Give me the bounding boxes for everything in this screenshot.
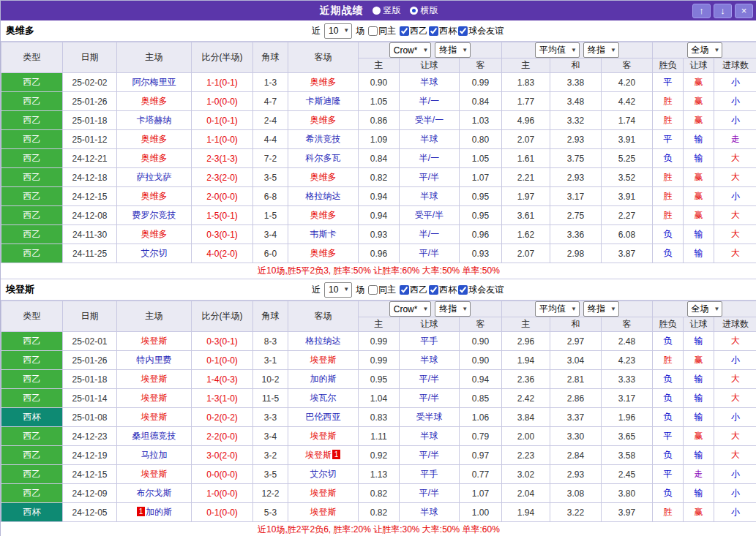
radio-unselected-icon <box>373 7 381 15</box>
scroll-down-button[interactable]: ↓ <box>714 4 732 18</box>
euro-odds-away: 4.20 <box>602 73 653 92</box>
home-team-link[interactable]: 马拉加 <box>141 450 168 460</box>
rounds-select[interactable]: 10 <box>324 282 352 298</box>
chevron-down-icon <box>610 306 616 312</box>
home-team-link[interactable]: 布尔戈斯 <box>137 488 172 498</box>
layout-vertical-radio[interactable]: 竖版 <box>373 4 401 17</box>
away-team-link[interactable]: 加的斯 <box>310 374 337 384</box>
result-outcome: 负 <box>653 244 684 263</box>
asia-odds-time-select[interactable]: 终指 <box>435 42 471 58</box>
league-type-badge: 西乙 <box>1 111 63 130</box>
home-team-link[interactable]: 加的斯 <box>146 507 172 517</box>
asia-odds-time-select[interactable]: 终指 <box>435 301 471 317</box>
league-filter-option-3[interactable]: 球会友谊 <box>458 25 504 37</box>
result-handicap: 输 <box>684 370 714 389</box>
same-home-checkbox[interactable] <box>368 26 378 36</box>
titlebar-center: 近期战绩 竖版 横版 <box>1 4 756 18</box>
euro-odds-time-select[interactable]: 终指 <box>583 42 619 58</box>
home-team-link[interactable]: 阿尔梅里亚 <box>132 77 176 87</box>
league-type-badge: 西乙 <box>1 446 63 465</box>
asia-odds-away: 0.93 <box>460 244 502 263</box>
home-team-link[interactable]: 奥维多 <box>141 153 168 163</box>
result-outcome: 胜 <box>653 168 684 187</box>
away-team-link[interactable]: 埃登斯 <box>310 431 337 441</box>
away-team-link[interactable]: 格拉纳达 <box>306 336 341 346</box>
league-filter-checkbox[interactable] <box>400 285 409 295</box>
home-team-link[interactable]: 萨拉戈萨 <box>137 172 172 182</box>
result-scope-select[interactable]: 全场 <box>687 42 723 58</box>
away-team-link[interactable]: 埃登斯 <box>305 450 332 460</box>
titlebar: 近期战绩 竖版 横版 ↑ ↓ × <box>1 1 756 20</box>
away-team-link[interactable]: 希洪竞技 <box>306 134 341 144</box>
away-team-link[interactable]: 埃瓦尔 <box>310 393 337 403</box>
away-team-link[interactable]: 埃登斯 <box>310 355 337 365</box>
match-date: 24-12-05 <box>63 503 117 522</box>
league-filter-option-2[interactable]: 西杯 <box>429 284 457 296</box>
league-filter-option-1[interactable]: 西乙 <box>400 284 427 296</box>
home-team-link[interactable]: 埃登斯 <box>141 336 168 346</box>
rounds-select[interactable]: 10 <box>324 23 352 39</box>
same-home-checkbox[interactable] <box>368 285 378 295</box>
home-team-link[interactable]: 桑坦德竞技 <box>132 431 176 441</box>
home-team-link[interactable]: 奥维多 <box>141 96 168 106</box>
away-team-link[interactable]: 奥维多 <box>310 210 337 220</box>
bookmaker-select[interactable]: Crow* <box>389 301 432 317</box>
section-summary: 近10场,胜5平2负3, 胜率:50% 让胜率:60% 大率:50% 单率:50… <box>1 263 756 279</box>
euro-odds-time-select[interactable]: 终指 <box>583 301 619 317</box>
home-team-link[interactable]: 奥维多 <box>141 191 168 201</box>
league-filter-option-2[interactable]: 西杯 <box>429 25 457 37</box>
league-filter-checkbox[interactable] <box>429 285 438 295</box>
league-filter-checkbox[interactable] <box>458 26 468 36</box>
close-button[interactable]: × <box>735 4 753 18</box>
away-team-link[interactable]: 奥维多 <box>310 115 337 125</box>
euro-odds-home: 1.77 <box>502 92 550 111</box>
away-team-link[interactable]: 奥维多 <box>310 172 337 182</box>
home-team-link[interactable]: 奥维多 <box>141 229 168 239</box>
away-team-link[interactable]: 格拉纳达 <box>306 191 341 201</box>
home-team-link[interactable]: 卡塔赫纳 <box>137 115 172 125</box>
home-team-link[interactable]: 特内里费 <box>137 355 172 365</box>
away-team-link[interactable]: 卡斯迪隆 <box>306 96 341 106</box>
home-team-link[interactable]: 费罗尔竞技 <box>132 210 176 220</box>
away-team-link[interactable]: 埃登斯 <box>310 507 337 517</box>
league-filter-checkbox[interactable] <box>429 26 438 36</box>
home-team-link[interactable]: 埃登斯 <box>141 469 168 479</box>
corner-count: 3-5 <box>253 168 288 187</box>
same-home-option[interactable]: 同主 <box>368 284 396 296</box>
away-team-link[interactable]: 巴伦西亚 <box>306 412 341 422</box>
bookmaker-select[interactable]: Crow* <box>389 42 432 58</box>
away-team-link[interactable]: 奥维多 <box>310 77 337 87</box>
home-team-cell: 萨拉戈萨 <box>117 168 192 187</box>
league-filter-checkbox[interactable] <box>458 285 468 295</box>
away-team-link[interactable]: 奥维多 <box>310 248 337 258</box>
euro-odds-home: 1.94 <box>502 503 550 522</box>
away-team-link[interactable]: 埃登斯 <box>310 488 337 498</box>
league-filter-option-1[interactable]: 西乙 <box>400 25 427 37</box>
home-team-link[interactable]: 埃登斯 <box>141 412 168 422</box>
result-scope-select[interactable]: 全场 <box>687 301 723 317</box>
asia-odds-home: 1.11 <box>359 427 400 446</box>
away-team-link[interactable]: 韦斯卡 <box>310 229 337 239</box>
corner-count: 10-2 <box>253 370 288 389</box>
league-filter-checkbox[interactable] <box>400 26 409 36</box>
euro-odds-source-select[interactable]: 平均值 <box>535 301 580 317</box>
home-team-link[interactable]: 埃登斯 <box>141 393 168 403</box>
home-team-link[interactable]: 艾尔切 <box>141 248 168 258</box>
away-team-link[interactable]: 科尔多瓦 <box>306 153 341 163</box>
result-scope-value: 全场 <box>692 303 709 315</box>
euro-odds-home: 2.23 <box>502 446 550 465</box>
league-filter-option-3[interactable]: 球会友谊 <box>458 284 504 296</box>
result-handicap: 赢 <box>684 206 714 225</box>
scroll-up-button[interactable]: ↑ <box>692 4 711 18</box>
euro-odds-source-select[interactable]: 平均值 <box>535 42 580 58</box>
home-team-link[interactable]: 奥维多 <box>141 134 168 144</box>
layout-horizontal-radio[interactable]: 横版 <box>410 4 438 17</box>
away-team-link[interactable]: 艾尔切 <box>310 469 337 479</box>
same-home-option[interactable]: 同主 <box>368 25 396 37</box>
home-team-link[interactable]: 埃登斯 <box>141 374 168 384</box>
league-filters: 西乙西杯球会友谊 <box>400 284 504 296</box>
same-home-label: 同主 <box>378 284 396 296</box>
bookmaker-value: Crow* <box>394 304 418 314</box>
euro-odds-group-header: 平均值 终指 <box>502 42 653 58</box>
result-outcome: 胜 <box>653 503 684 522</box>
